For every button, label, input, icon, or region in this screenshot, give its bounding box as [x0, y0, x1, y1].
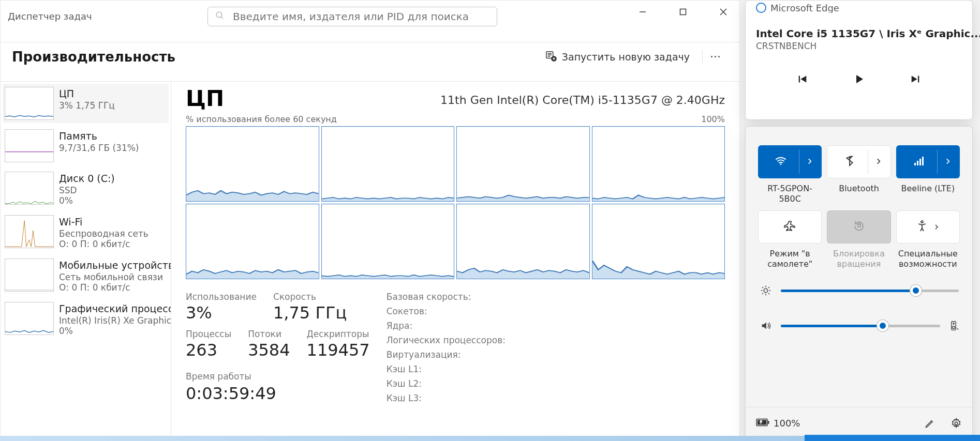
rotation-lock-tile-label: Блокировка вращения — [827, 249, 890, 270]
edit-quick-settings-button[interactable] — [925, 418, 935, 429]
sidebar-item-name: Wi-Fi — [59, 216, 149, 227]
brightness-icon — [759, 285, 773, 296]
volume-slider[interactable] — [781, 325, 940, 327]
maximize-button[interactable] — [671, 3, 695, 21]
svg-rect-19 — [918, 76, 919, 83]
sidebar-thumb-mobile — [5, 258, 54, 292]
cpu-core-chart-0 — [186, 126, 319, 202]
wifi-tile[interactable] — [758, 145, 822, 178]
l1-cache-label: Кэш L1: — [387, 364, 506, 374]
cpu-detail-pane: ЦП 11th Gen Intel(R) Core(TM) i5-1135G7 … — [171, 82, 739, 440]
play-button[interactable] — [853, 73, 865, 85]
sidebar-thumb-memory — [5, 129, 54, 162]
cpu-core-chart-3 — [592, 126, 725, 202]
chevron-right-icon[interactable] — [806, 157, 813, 167]
brightness-slider[interactable] — [781, 290, 959, 292]
accessibility-tile[interactable] — [896, 210, 960, 244]
audio-output-button[interactable] — [948, 320, 959, 331]
minimize-button[interactable] — [631, 3, 655, 21]
media-controls — [756, 73, 962, 85]
battery-icon — [756, 418, 769, 429]
rotation-lock-icon — [853, 220, 865, 234]
media-flyout: Microsoft Edge Intel Core i5 1135G7 \ Ir… — [745, 0, 973, 120]
media-track-title: Intel Core i5 1135G7 \ Iris Xᵉ Graphic..… — [756, 27, 980, 40]
sidebar-item-disk0[interactable]: Диск 0 (C:) SSD 0% — [3, 169, 169, 209]
volume-icon — [759, 320, 773, 331]
sidebar-item-sub: SSD — [59, 185, 115, 195]
svg-line-1 — [221, 17, 223, 19]
sidebar-item-mobile[interactable]: Мобильные устройства Сеть мобильной связ… — [3, 255, 169, 296]
chevron-right-icon[interactable] — [875, 157, 882, 167]
sidebar-item-name: Графический процессор — [59, 303, 171, 314]
processes-value: 263 — [186, 340, 231, 360]
svg-rect-32 — [768, 421, 769, 424]
handles-label: Дескрипторы — [307, 329, 370, 339]
window-controls — [631, 3, 735, 21]
svg-rect-25 — [858, 224, 860, 227]
cpu-heading: ЦП — [186, 86, 224, 111]
cpu-core-chart-2 — [456, 126, 590, 202]
usage-label: Использование — [186, 292, 257, 302]
edge-icon — [756, 3, 766, 13]
media-track-artist: CRSTNBENCH — [756, 41, 980, 51]
battery-percent: 100% — [774, 418, 800, 429]
accessibility-icon — [916, 220, 928, 234]
cpu-model-name: 11th Gen Intel(R) Core(TM) i5-1135G7 @ 2… — [440, 94, 725, 107]
airplane-mode-tile[interactable] — [758, 210, 822, 244]
chart-axis-left: % использования более 60 секунд — [186, 114, 337, 124]
cellular-tile[interactable] — [896, 145, 960, 178]
svg-rect-22 — [917, 161, 918, 165]
cpu-stats: Использование 3% Скорость 1,75 ГГц Проце… — [186, 292, 725, 403]
more-options-button[interactable]: ··· — [702, 50, 728, 63]
logical-processors-label: Логических процессоров: — [387, 335, 506, 345]
media-source-row: Microsoft Edge — [756, 3, 962, 13]
sidebar-item-sub: 3% 1,75 ГГц — [59, 100, 115, 111]
next-track-button[interactable] — [910, 73, 921, 85]
sidebar-item-gpu[interactable]: Графический процессор Intel(R) Iris(R) X… — [3, 299, 169, 339]
sidebar-item-memory[interactable]: Память 9,7/31,6 ГБ (31%) — [3, 126, 169, 165]
usage-value: 3% — [186, 303, 257, 323]
titlebar: Диспетчер задач — [1, 1, 739, 32]
close-button[interactable] — [711, 3, 735, 21]
run-new-task-button[interactable]: Запустить новую задачу — [545, 50, 690, 64]
previous-track-button[interactable] — [797, 73, 808, 85]
cellular-icon — [913, 155, 925, 169]
sidebar-item-sub2: О: 0 П: 0 кбит/с — [59, 239, 149, 249]
bluetooth-tile[interactable] — [827, 145, 890, 178]
bluetooth-icon — [844, 155, 855, 169]
cpu-chart-grid — [186, 126, 725, 279]
search-input[interactable] — [232, 10, 489, 23]
performance-sidebar: ЦП 3% 1,75 ГГц Память 9,7/31,6 ГБ (31%) … — [1, 82, 171, 440]
sidebar-item-name: Мобильные устройства — [59, 260, 171, 271]
svg-rect-21 — [914, 163, 916, 165]
l2-cache-label: Кэш L2: — [387, 378, 506, 389]
cpu-core-chart-1 — [321, 126, 455, 202]
taskbar-highlight — [805, 435, 980, 441]
run-task-icon — [545, 50, 557, 64]
svg-point-20 — [780, 164, 782, 165]
search-box[interactable] — [207, 7, 497, 26]
l3-cache-label: Кэш L3: — [387, 393, 506, 403]
sidebar-item-sub2: 0% — [59, 195, 115, 206]
sidebar-item-cpu[interactable]: ЦП 3% 1,75 ГГц — [3, 84, 169, 123]
base-speed-label: Базовая скорость: — [387, 292, 506, 302]
airplane-mode-tile-label: Режим "в самолете" — [758, 249, 822, 270]
settings-button[interactable] — [951, 418, 962, 429]
sidebar-thumb-disk0 — [5, 172, 54, 205]
wifi-icon — [775, 155, 787, 169]
media-source-app: Microsoft Edge — [770, 3, 839, 13]
quick-settings-panel: RT-5GPON-5B0C Bluetooth — [745, 126, 973, 439]
cpu-core-chart-5 — [321, 204, 455, 279]
sidebar-thumb-wifi — [5, 215, 54, 248]
svg-rect-23 — [919, 159, 921, 165]
handles-value: 119457 — [307, 340, 370, 360]
sidebar-item-sub2: О: 0 П: 0 кбит/с — [59, 282, 171, 293]
sidebar-item-name: Диск 0 (C:) — [59, 173, 115, 184]
chevron-right-icon[interactable] — [944, 157, 952, 167]
cpu-core-chart-7 — [592, 204, 725, 279]
chevron-right-icon[interactable] — [933, 222, 940, 232]
sidebar-item-sub: Сеть мобильной связи — [59, 272, 171, 282]
sidebar-item-wifi[interactable]: Wi-Fi Беспроводная сеть О: 0 П: 0 кбит/с — [3, 212, 169, 252]
battery-status[interactable]: 100% — [756, 418, 800, 429]
sidebar-item-sub2: 0% — [59, 326, 171, 336]
